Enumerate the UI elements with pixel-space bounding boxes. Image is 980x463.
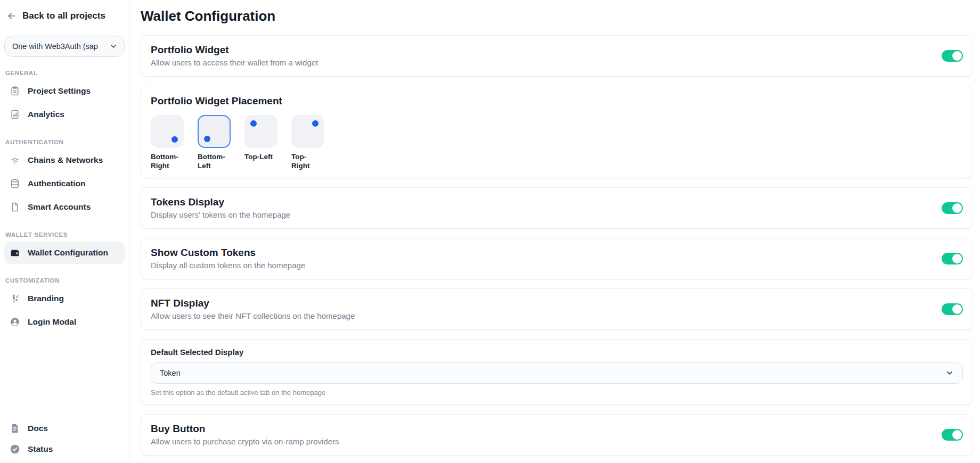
sidebar-item-label: Chains & Networks	[28, 155, 103, 165]
sidebar-item-branding[interactable]: Branding	[4, 287, 125, 310]
check-circle-icon	[10, 444, 20, 454]
card-description: Display users' tokens on the homepage	[151, 210, 290, 220]
sidebar-footer: Docs Status	[4, 411, 125, 463]
card-title: Portfolio Widget Placement	[151, 95, 963, 108]
chevron-down-icon	[109, 42, 118, 51]
tokens-display-toggle[interactable]	[942, 202, 963, 214]
nft-display-card: NFT Display Allow users to see their NFT…	[141, 288, 973, 330]
portfolio-widget-toggle[interactable]	[942, 50, 963, 62]
section-label-authentication: AUTHENTICATION	[5, 139, 125, 145]
toggle-knob	[952, 254, 962, 263]
default-display-select[interactable]: Token	[151, 362, 963, 384]
placement-option-top-right[interactable]: Top-Right	[291, 115, 324, 170]
portfolio-widget-placement-card: Portfolio Widget Placement Bottom-Right …	[141, 86, 973, 178]
database-icon	[10, 178, 20, 189]
sidebar-item-label: Analytics	[28, 110, 64, 119]
placement-options: Bottom-Right Bottom-Left Top-Left Top-Ri…	[151, 115, 963, 170]
sidebar-item-project-settings[interactable]: Project Settings	[4, 80, 125, 102]
project-selector-dropdown[interactable]: One with Web3Auth (sap	[4, 36, 125, 57]
show-custom-tokens-card: Show Custom Tokens Display all custom to…	[141, 238, 973, 279]
select-helper-text: Set this option as the default active ta…	[151, 388, 963, 397]
sidebar-item-analytics[interactable]: Analytics	[4, 103, 125, 126]
placement-option-top-left[interactable]: Top-Left	[244, 115, 277, 170]
sidebar-item-wallet-configuration[interactable]: Wallet Configuration	[4, 242, 125, 264]
placement-tile[interactable]	[151, 115, 184, 148]
select-label: Default Selected Display	[151, 347, 963, 357]
card-title: NFT Display	[151, 297, 355, 310]
app-window: Back to all projects One with Web3Auth (…	[0, 0, 980, 463]
nft-display-toggle[interactable]	[942, 303, 963, 315]
arrow-left-icon	[6, 11, 17, 21]
card-title: Show Custom Tokens	[151, 246, 305, 259]
buy-button-toggle[interactable]	[942, 429, 963, 441]
toggle-knob	[952, 203, 962, 213]
card-description: Allow users to access their wallet from …	[151, 57, 318, 68]
sidebar-item-smart-accounts[interactable]: Smart Accounts	[4, 196, 125, 218]
document-icon	[10, 202, 20, 212]
sidebar-item-label: Smart Accounts	[28, 202, 91, 212]
sidebar-item-label: Docs	[28, 424, 48, 433]
clipboard-icon	[10, 86, 20, 96]
toggle-knob	[952, 430, 962, 440]
page-title: Wallet Configuration	[141, 7, 973, 24]
wifi-icon	[10, 155, 20, 166]
default-selected-display-card: Default Selected Display Token Set this …	[141, 339, 973, 405]
placement-dot-icon	[204, 136, 210, 142]
sidebar-item-authentication[interactable]: Authentication	[4, 172, 125, 195]
section-label-general: GENERAL	[5, 70, 125, 76]
sidebar-item-label: Project Settings	[28, 86, 91, 96]
card-title: Tokens Display	[151, 196, 290, 209]
section-label-wallet-services: WALLET SERVICES	[5, 232, 125, 238]
placement-option-bottom-right[interactable]: Bottom-Right	[151, 115, 184, 170]
back-label: Back to all projects	[22, 11, 105, 21]
show-custom-tokens-toggle[interactable]	[942, 253, 963, 264]
placement-label: Top-Right	[291, 152, 324, 170]
section-label-customization: CUSTOMIZATION	[5, 277, 125, 284]
placement-dot-icon	[172, 136, 178, 143]
sidebar-item-label: Login Modal	[28, 317, 76, 327]
sidebar-item-login-modal[interactable]: Login Modal	[4, 311, 125, 333]
sidebar-item-label: Branding	[28, 294, 64, 303]
analytics-file-icon	[10, 109, 20, 120]
project-selector-value: One with Web3Auth (sap	[12, 42, 107, 51]
back-to-projects-link[interactable]: Back to all projects	[6, 11, 123, 21]
placement-tile[interactable]	[291, 115, 324, 148]
tokens-display-card: Tokens Display Display users' tokens on …	[141, 187, 973, 229]
card-description: Allow users to see their NFT collections…	[151, 311, 355, 321]
placement-label: Top-Left	[244, 152, 277, 161]
sidebar: Back to all projects One with Web3Auth (…	[0, 0, 129, 463]
placement-option-bottom-left[interactable]: Bottom-Left	[198, 115, 231, 170]
placement-label: Bottom-Left	[198, 152, 231, 170]
sidebar-item-docs[interactable]: Docs	[4, 418, 125, 439]
main-content: Wallet Configuration Portfolio Widget Al…	[129, 0, 980, 463]
buy-button-card: Buy Button Allow users to purchase crypt…	[141, 414, 973, 456]
placement-tile-selected[interactable]	[198, 115, 231, 148]
sidebar-item-status[interactable]: Status	[4, 439, 125, 459]
select-value: Token	[160, 369, 945, 377]
toggle-knob	[952, 304, 962, 314]
placement-dot-icon	[250, 120, 257, 127]
card-description: Allow users to purchase crypto via on-ra…	[151, 436, 339, 447]
sidebar-item-label: Status	[28, 444, 53, 454]
card-title: Buy Button	[151, 423, 339, 435]
portfolio-widget-card: Portfolio Widget Allow users to access t…	[141, 35, 973, 77]
sidebar-item-label: Authentication	[28, 179, 86, 188]
user-circle-icon	[10, 317, 20, 327]
card-description: Display all custom tokens on the homepag…	[151, 260, 305, 271]
sidebar-item-label: Wallet Configuration	[28, 248, 108, 258]
settings-card-list: Portfolio Widget Allow users to access t…	[141, 35, 973, 463]
placement-label: Bottom-Right	[151, 152, 184, 170]
chevron-down-icon	[945, 369, 954, 377]
toggle-knob	[952, 51, 962, 61]
placement-tile[interactable]	[244, 115, 277, 148]
card-title: Portfolio Widget	[151, 44, 318, 56]
sidebar-item-chains-networks[interactable]: Chains & Networks	[4, 149, 125, 171]
doc-text-icon	[10, 423, 20, 434]
wallet-icon	[10, 247, 20, 258]
placement-dot-icon	[312, 120, 318, 127]
paintbrush-icon	[10, 293, 20, 304]
